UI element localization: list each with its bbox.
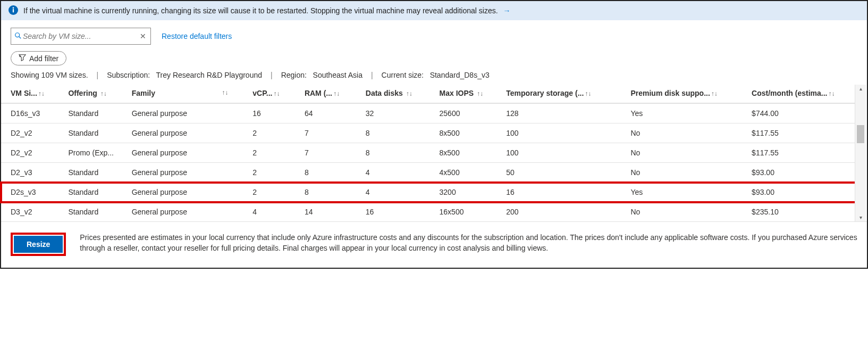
resize-button-highlight: Resize	[11, 233, 66, 256]
cell-temp: 128	[496, 103, 621, 123]
resize-button[interactable]: Resize	[14, 236, 63, 253]
table-row[interactable]: D16s_v3StandardGeneral purpose1664322560…	[1, 103, 857, 123]
current-size-value: Standard_D8s_v3	[430, 71, 490, 79]
cell-cost: $117.55	[742, 123, 857, 143]
svg-line-4	[19, 36, 21, 38]
info-text: If the virtual machine is currently runn…	[23, 6, 498, 15]
sort-icon: ↑↓	[221, 89, 239, 96]
search-icon	[14, 32, 22, 41]
col-offering[interactable]: Offering ↑↓	[58, 85, 122, 103]
sort-icon: ↑↓	[272, 90, 280, 97]
cell-family: General purpose	[122, 103, 243, 123]
vm-size-panel: If the virtual machine is currently runn…	[0, 0, 868, 269]
clear-search-icon[interactable]: ✕	[139, 32, 147, 40]
search-input[interactable]	[22, 31, 139, 41]
cell-size: D2_v3	[1, 163, 58, 183]
summary-line: Showing 109 VM sizes. | Subscription: Tr…	[1, 71, 867, 85]
add-filter-label: Add filter	[29, 54, 58, 63]
cell-size: D2s_v3	[1, 183, 58, 202]
add-filter-icon	[19, 54, 26, 63]
cell-temp: 100	[496, 143, 621, 163]
col-ram[interactable]: RAM (...↑↓	[295, 85, 356, 103]
cell-vcpu: 2	[243, 183, 295, 202]
sort-icon: ↑↓	[827, 90, 835, 97]
cell-offering: Standard	[58, 202, 122, 222]
cell-temp: 100	[496, 123, 621, 143]
col-temp-storage[interactable]: Temporary storage (...↑↓	[496, 85, 621, 103]
col-premium-disk[interactable]: Premium disk suppo...↑↓	[621, 85, 742, 103]
cell-iops: 3200	[430, 183, 497, 202]
col-family[interactable]: Family↑↓	[122, 85, 243, 103]
cell-size: D3_v2	[1, 202, 58, 222]
sort-icon: ↑↓	[332, 90, 340, 97]
cell-iops: 16x500	[430, 202, 497, 222]
col-vm-size[interactable]: VM Si...↑↓	[1, 85, 58, 103]
region-label: Region:	[281, 71, 307, 79]
cell-vcpu: 2	[243, 143, 295, 163]
vm-size-table: VM Si...↑↓ Offering ↑↓ Family↑↓ vCP...↑↓…	[1, 85, 857, 221]
cell-vcpu: 2	[243, 123, 295, 143]
sort-icon: ↑↓	[405, 90, 412, 97]
table-body: D16s_v3StandardGeneral purpose1664322560…	[1, 103, 857, 221]
cell-size: D16s_v3	[1, 103, 58, 123]
cell-vcpu: 16	[243, 103, 295, 123]
cell-vcpu: 4	[243, 202, 295, 222]
cell-premium: Yes	[621, 183, 742, 202]
cell-family: General purpose	[122, 143, 243, 163]
info-icon	[9, 5, 18, 16]
cell-iops: 4x500	[430, 163, 497, 183]
col-data-disks[interactable]: Data disks ↑↓	[356, 85, 430, 103]
vertical-scrollbar[interactable]: ▴ ▾	[855, 85, 866, 221]
table-row[interactable]: D2_v2Promo (Exp...General purpose2788x50…	[1, 143, 857, 163]
search-input-wrap[interactable]: ✕	[11, 28, 151, 45]
cell-disks: 8	[356, 143, 430, 163]
toolbar-row2: Add filter	[1, 49, 867, 71]
cell-premium: Yes	[621, 103, 742, 123]
table-row[interactable]: D2s_v3StandardGeneral purpose284320016Ye…	[1, 183, 857, 202]
cell-cost: $93.00	[742, 183, 857, 202]
cell-offering: Promo (Exp...	[58, 143, 122, 163]
cell-ram: 7	[295, 123, 356, 143]
cell-size: D2_v2	[1, 143, 58, 163]
cell-ram: 8	[295, 183, 356, 202]
scroll-thumb[interactable]	[857, 125, 864, 143]
add-filter-button[interactable]: Add filter	[11, 51, 66, 65]
region-value: Southeast Asia	[313, 71, 363, 79]
cell-disks: 4	[356, 163, 430, 183]
table-row[interactable]: D2_v2StandardGeneral purpose2788x500100N…	[1, 123, 857, 143]
cell-family: General purpose	[122, 123, 243, 143]
restore-default-filters-link[interactable]: Restore default filters	[162, 32, 232, 40]
sort-icon: ↑↓	[710, 90, 718, 97]
table-row[interactable]: D3_v2StandardGeneral purpose4141616x5002…	[1, 202, 857, 222]
cell-disks: 16	[356, 202, 430, 222]
current-size-label: Current size:	[382, 71, 424, 79]
cell-offering: Standard	[58, 183, 122, 202]
col-vcpu[interactable]: vCP...↑↓	[243, 85, 295, 103]
cell-offering: Standard	[58, 103, 122, 123]
toolbar-row1: ✕ Restore default filters	[1, 20, 867, 49]
info-learn-more-link[interactable]: →	[503, 6, 511, 15]
cell-temp: 16	[496, 183, 621, 202]
info-bar: If the virtual machine is currently runn…	[1, 1, 867, 20]
scroll-up-icon[interactable]: ▴	[859, 85, 862, 93]
cell-offering: Standard	[58, 163, 122, 183]
col-max-iops[interactable]: Max IOPS ↑↓	[430, 85, 497, 103]
showing-count: Showing 109 VM sizes.	[11, 71, 88, 79]
cell-temp: 200	[496, 202, 621, 222]
col-cost[interactable]: Cost/month (estima...↑↓	[742, 85, 857, 103]
sort-icon: ↑↓	[584, 90, 591, 97]
cell-cost: $235.10	[742, 202, 857, 222]
svg-rect-1	[13, 9, 14, 12]
cell-temp: 50	[496, 163, 621, 183]
cell-family: General purpose	[122, 183, 243, 202]
scroll-down-icon[interactable]: ▾	[859, 213, 862, 221]
svg-point-2	[13, 7, 14, 9]
table-header-row: VM Si...↑↓ Offering ↑↓ Family↑↓ vCP...↑↓…	[1, 85, 857, 103]
cell-iops: 25600	[430, 103, 497, 123]
cell-premium: No	[621, 202, 742, 222]
sort-icon: ↑↓	[37, 90, 45, 97]
cell-premium: No	[621, 163, 742, 183]
table-row[interactable]: D2_v3StandardGeneral purpose2844x50050No…	[1, 163, 857, 183]
cell-ram: 64	[295, 103, 356, 123]
cell-ram: 7	[295, 143, 356, 163]
